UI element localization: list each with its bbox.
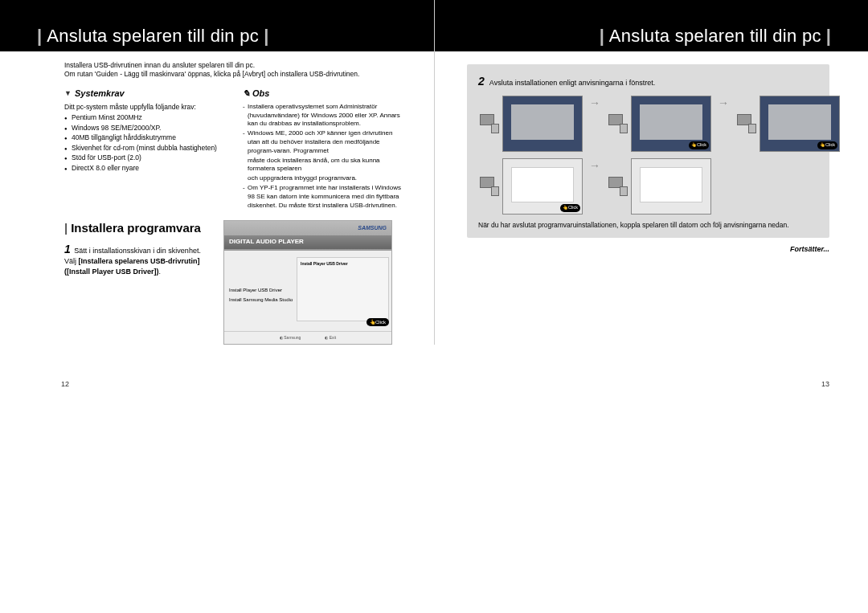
footer-item: ◐ Samsung xyxy=(280,335,301,341)
document-spread: | Ansluta spelaren till din pc | Install… xyxy=(0,0,868,345)
installer-menu: Install Player USB Driver Install Samsun… xyxy=(229,285,293,304)
step-text-bold: [Installera spelarens USB-drivrutin] ([I… xyxy=(64,257,200,275)
continue-label: Fortsätter... xyxy=(467,244,829,254)
band-separator: | xyxy=(37,26,42,47)
install-text: |Installera programvara 1 Sätt i install… xyxy=(64,220,209,345)
page-title-left: Ansluta spelaren till din pc xyxy=(47,26,259,47)
obs-column: ✎ Obs Installera operativsystemet som Ad… xyxy=(243,88,402,210)
post-install-text: När du har avslutat programvaruinstallat… xyxy=(478,221,818,230)
pc-icon xyxy=(478,175,501,198)
step-text-2a: Välj xyxy=(64,257,79,265)
screenshot-row-2: 👆Click → xyxy=(478,158,818,215)
intro-line-1: Installera USB-drivrutinen innan du ansl… xyxy=(64,61,402,70)
pc-icon xyxy=(607,175,629,198)
intro-text: Installera USB-drivrutinen innan du ansl… xyxy=(64,61,402,80)
installer-dialog: Install Player USB Driver xyxy=(297,257,389,321)
obs-item: Windows ME, 2000 och XP känner igen driv… xyxy=(243,129,402,155)
arrow-icon: → xyxy=(589,158,600,215)
obs-item: och uppgradera inbyggd programvara. xyxy=(243,174,402,183)
pencil-icon: ✎ xyxy=(243,88,250,100)
thumb-unit: 👆Click xyxy=(478,158,583,215)
page-number-right: 13 xyxy=(821,380,829,388)
thumb-unit xyxy=(478,96,583,152)
obs-item: Installera operativsystemet som Administ… xyxy=(243,103,402,129)
band-separator: | xyxy=(826,26,831,47)
step-1: 1 Sätt i installationsskivan i din skive… xyxy=(64,242,209,276)
page-left: | Ansluta spelaren till din pc | Install… xyxy=(0,0,434,345)
wizard-screenshot: 👆Click xyxy=(631,96,711,152)
step-2: 2 Avsluta installationen enligt anvisnin… xyxy=(478,74,818,89)
systemkrav-heading: ▼ Systemkrav xyxy=(64,88,223,100)
content-right: 2 Avsluta installationen enligt anvisnin… xyxy=(435,51,868,255)
install-section: |Installera programvara 1 Sätt i install… xyxy=(64,220,402,345)
screenshot-row-1: → 👆Click → 👆Click xyxy=(478,96,818,152)
step-number: 1 xyxy=(64,243,71,255)
installer-footer: ◐ Samsung ◐ Exit xyxy=(224,331,391,344)
obs-item: måste dock installeras ändå, om du ska k… xyxy=(243,157,402,174)
footer-item: ◐ Exit xyxy=(325,335,336,341)
installer-menu-item: Install Player USB Driver xyxy=(229,285,293,295)
list-item: DirectX 8.0 eller nyare xyxy=(64,164,223,173)
band-separator: | xyxy=(264,26,268,47)
install-title: |Installera programvara xyxy=(64,220,209,236)
click-badge: 👆Click xyxy=(689,141,709,149)
wizard-screenshot xyxy=(631,158,711,215)
list-item: Skivenhet för cd-rom (minst dubbla hasti… xyxy=(64,144,223,153)
pc-icon xyxy=(607,112,629,135)
brand-logo: SAMSUNG xyxy=(358,224,387,231)
click-badge: 👆Click xyxy=(817,141,837,149)
wizard-screenshot xyxy=(502,96,583,152)
installer-header: DIGITAL AUDIO PLAYER xyxy=(224,235,391,249)
list-item: Windows 98 SE/ME/2000/XP. xyxy=(64,124,223,133)
grey-panel: 2 Avsluta installationen enligt anvisnin… xyxy=(467,64,829,238)
click-badge: 👆Click xyxy=(560,204,580,211)
systemkrav-column: ▼ Systemkrav Ditt pc-system måste uppfyl… xyxy=(64,88,223,210)
content-left: Installera USB-drivrutinen innan du ansl… xyxy=(0,51,434,345)
pc-icon xyxy=(478,112,501,135)
title-bar-icon: | xyxy=(64,221,68,235)
page-title-right: Ansluta spelaren till din pc xyxy=(609,26,821,47)
header-band-right: | Ansluta spelaren till din pc | xyxy=(435,0,868,51)
header-band-left: | Ansluta spelaren till din pc | xyxy=(0,0,434,51)
obs-list: Installera operativsystemet som Administ… xyxy=(243,103,402,210)
list-item: Pentium Minst 200MHz xyxy=(64,113,223,122)
step-text-2c: . xyxy=(159,268,162,276)
systemkrav-lead: Ditt pc-system måste uppfylla följande k… xyxy=(64,103,223,112)
page-number-left: 12 xyxy=(61,380,69,388)
step-text-1: Sätt i installationsskivan i din skivenh… xyxy=(74,247,201,255)
list-item: 40MB tillgängligt hårddiskutrymme xyxy=(64,133,223,142)
wizard-screenshot: 👆Click xyxy=(502,158,583,215)
arrow-icon: → xyxy=(589,96,600,152)
click-badge: 👆Click xyxy=(366,318,389,326)
wizard-screenshot: 👆Click xyxy=(760,96,840,152)
installer-menu-item: Install Samsung Media Studio xyxy=(229,295,293,304)
obs-item: Om YP-F1 programmet inte har installerat… xyxy=(243,184,402,210)
systemkrav-list: Pentium Minst 200MHz Windows 98 SE/ME/20… xyxy=(64,113,223,173)
triangle-icon: ▼ xyxy=(64,88,72,98)
arrow-icon: → xyxy=(718,96,729,152)
step-number: 2 xyxy=(478,74,485,89)
two-column-row: ▼ Systemkrav Ditt pc-system måste uppfyl… xyxy=(64,88,402,210)
intro-line-2: Om rutan 'Guiden - Lägg till maskinvara'… xyxy=(64,70,402,79)
obs-heading: ✎ Obs xyxy=(243,88,402,100)
list-item: Stöd för USB-port (2.0) xyxy=(64,153,223,162)
page-right: | Ansluta spelaren till din pc | 2 Avslu… xyxy=(434,0,868,345)
step-2-text: Avsluta installationen enligt anvisninga… xyxy=(489,78,655,88)
installer-screenshot: SAMSUNG DIGITAL AUDIO PLAYER Install Pla… xyxy=(223,220,392,345)
pc-icon xyxy=(735,112,758,135)
thumb-unit: 👆Click xyxy=(735,96,840,152)
thumb-unit xyxy=(607,158,711,215)
thumb-unit: 👆Click xyxy=(607,96,711,152)
band-separator: | xyxy=(600,26,604,47)
